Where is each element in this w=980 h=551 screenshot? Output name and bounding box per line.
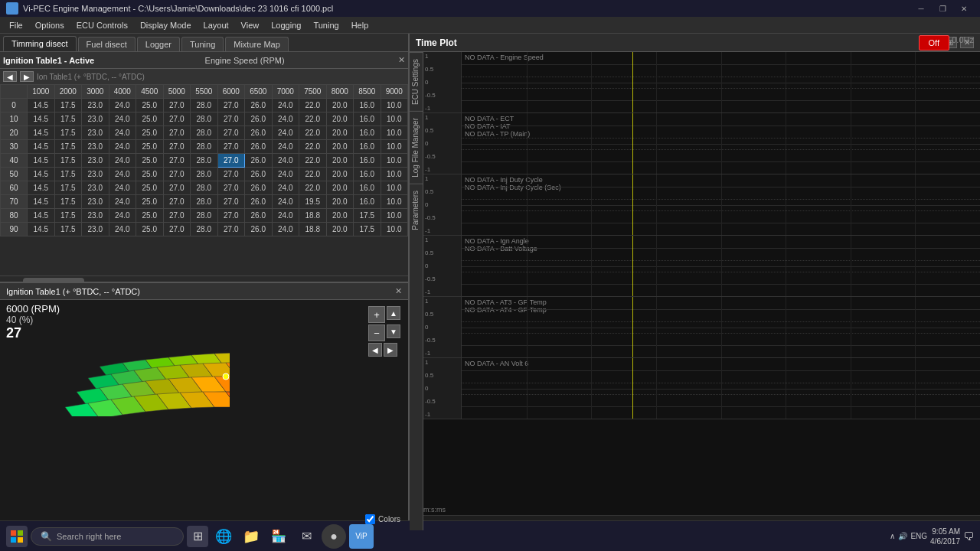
cell-3-10[interactable]: 22.0 <box>299 140 327 154</box>
cell-2-6[interactable]: 28.0 <box>191 126 218 140</box>
cell-4-10[interactable]: 22.0 <box>299 154 327 168</box>
cell-2-2[interactable]: 23.0 <box>82 126 109 140</box>
cell-5-2[interactable]: 23.0 <box>82 168 109 181</box>
cell-7-2[interactable]: 23.0 <box>82 195 109 209</box>
cell-5-13[interactable]: 10.0 <box>381 168 408 181</box>
zoom-in-button[interactable]: + <box>368 306 385 323</box>
restore-button[interactable]: ❐ <box>933 2 952 15</box>
cell-1-12[interactable]: 16.0 <box>354 112 381 126</box>
cell-6-7[interactable]: 27.0 <box>217 181 245 195</box>
cell-2-10[interactable]: 22.0 <box>299 126 327 140</box>
cell-5-6[interactable]: 28.0 <box>191 168 218 181</box>
taskbar-chrome[interactable]: ● <box>322 524 346 549</box>
cell-7-8[interactable]: 26.0 <box>245 195 273 209</box>
cell-2-5[interactable]: 27.0 <box>163 126 191 140</box>
start-button[interactable] <box>6 526 28 547</box>
cell-0-9[interactable]: 24.0 <box>272 99 299 112</box>
cell-8-8[interactable]: 26.0 <box>245 209 273 223</box>
tab-mixture-map[interactable]: Mixture Map <box>225 37 289 51</box>
cell-3-8[interactable]: 26.0 <box>245 140 273 154</box>
cell-5-1[interactable]: 17.5 <box>54 168 82 181</box>
cell-4-1[interactable]: 17.5 <box>54 154 82 168</box>
cell-0-2[interactable]: 23.0 <box>82 99 109 112</box>
cell-5-5[interactable]: 27.0 <box>163 168 191 181</box>
cell-1-10[interactable]: 22.0 <box>299 112 327 126</box>
taskbar-edge[interactable]: 🌐 <box>211 524 236 549</box>
table-scrollbar[interactable] <box>0 276 408 282</box>
cell-4-2[interactable]: 23.0 <box>82 154 109 168</box>
cell-9-5[interactable]: 27.0 <box>163 223 191 236</box>
cell-7-12[interactable]: 16.0 <box>354 195 381 209</box>
cell-2-7[interactable]: 27.0 <box>217 126 245 140</box>
cell-4-3[interactable]: 24.0 <box>109 154 136 168</box>
cell-8-0[interactable]: 14.5 <box>28 209 55 223</box>
table-scroll-wrapper[interactable]: 1000200030004000450050005500600065007000… <box>0 84 408 276</box>
cell-9-3[interactable]: 24.0 <box>109 223 136 236</box>
taskbar-vipec[interactable]: ViP <box>349 524 374 549</box>
cell-8-5[interactable]: 27.0 <box>163 209 191 223</box>
cell-3-0[interactable]: 14.5 <box>28 140 55 154</box>
task-view-button[interactable]: ⊞ <box>187 526 208 547</box>
cell-6-4[interactable]: 25.0 <box>136 181 164 195</box>
cell-0-1[interactable]: 17.5 <box>54 99 82 112</box>
cell-3-5[interactable]: 27.0 <box>163 140 191 154</box>
menu-view[interactable]: View <box>235 19 266 31</box>
parameters-tab[interactable]: Parameters <box>410 184 423 236</box>
off-button[interactable]: Off <box>919 35 949 51</box>
cell-7-11[interactable]: 20.0 <box>326 195 354 209</box>
cell-1-2[interactable]: 23.0 <box>82 112 109 126</box>
cell-5-8[interactable]: 26.0 <box>245 168 273 181</box>
cell-0-8[interactable]: 26.0 <box>245 99 273 112</box>
tab-fuel-disect[interactable]: Fuel disect <box>78 37 136 51</box>
cell-2-1[interactable]: 17.5 <box>54 126 82 140</box>
table-nav-left[interactable]: ◀ <box>3 71 17 82</box>
menu-display-mode[interactable]: Display Mode <box>134 19 198 31</box>
cell-1-5[interactable]: 27.0 <box>163 112 191 126</box>
cell-2-8[interactable]: 26.0 <box>245 126 273 140</box>
cell-3-6[interactable]: 28.0 <box>191 140 218 154</box>
tab-logger[interactable]: Logger <box>137 37 180 51</box>
cell-4-6[interactable]: 28.0 <box>191 154 218 168</box>
cell-7-3[interactable]: 24.0 <box>109 195 136 209</box>
cell-9-4[interactable]: 25.0 <box>136 223 164 236</box>
cell-3-1[interactable]: 17.5 <box>54 140 82 154</box>
menu-layout[interactable]: Layout <box>198 19 235 31</box>
cell-0-6[interactable]: 28.0 <box>191 99 218 112</box>
cell-3-9[interactable]: 24.0 <box>272 140 299 154</box>
cell-8-6[interactable]: 28.0 <box>191 209 218 223</box>
cell-1-8[interactable]: 26.0 <box>245 112 273 126</box>
cell-5-10[interactable]: 22.0 <box>299 168 327 181</box>
cell-2-4[interactable]: 25.0 <box>136 126 164 140</box>
tab-timing-disect[interactable]: Timming disect <box>3 36 77 51</box>
cell-1-3[interactable]: 24.0 <box>109 112 136 126</box>
cell-0-12[interactable]: 16.0 <box>354 99 381 112</box>
cell-6-12[interactable]: 16.0 <box>354 181 381 195</box>
cell-7-10[interactable]: 19.5 <box>299 195 327 209</box>
cell-4-0[interactable]: 14.5 <box>28 154 55 168</box>
cell-7-7[interactable]: 27.0 <box>217 195 245 209</box>
cell-6-8[interactable]: 26.0 <box>245 181 273 195</box>
table-nav-right[interactable]: ▶ <box>20 71 34 82</box>
cell-6-1[interactable]: 17.5 <box>54 181 82 195</box>
cell-5-0[interactable]: 14.5 <box>28 168 55 181</box>
cell-4-12[interactable]: 16.0 <box>354 154 381 168</box>
cell-2-9[interactable]: 24.0 <box>272 126 299 140</box>
cell-4-13[interactable]: 10.0 <box>381 154 408 168</box>
cell-8-9[interactable]: 24.0 <box>272 209 299 223</box>
cell-3-12[interactable]: 16.0 <box>354 140 381 154</box>
close-button[interactable]: ✕ <box>954 2 974 15</box>
cell-6-3[interactable]: 24.0 <box>109 181 136 195</box>
cell-3-4[interactable]: 25.0 <box>136 140 164 154</box>
chart-3d-close[interactable]: ✕ <box>395 286 402 296</box>
cell-7-5[interactable]: 27.0 <box>163 195 191 209</box>
cell-1-1[interactable]: 17.5 <box>54 112 82 126</box>
taskbar-mail[interactable]: ✉ <box>294 524 318 549</box>
cell-8-11[interactable]: 20.0 <box>326 209 354 223</box>
cell-2-13[interactable]: 10.0 <box>381 126 408 140</box>
cell-2-0[interactable]: 14.5 <box>28 126 55 140</box>
notifications-button[interactable]: 🗨 <box>963 530 974 543</box>
cell-0-5[interactable]: 27.0 <box>163 99 191 112</box>
cell-7-13[interactable]: 10.0 <box>381 195 408 209</box>
cell-4-7[interactable]: 27.0 <box>217 154 245 168</box>
cell-4-9[interactable]: 24.0 <box>272 154 299 168</box>
